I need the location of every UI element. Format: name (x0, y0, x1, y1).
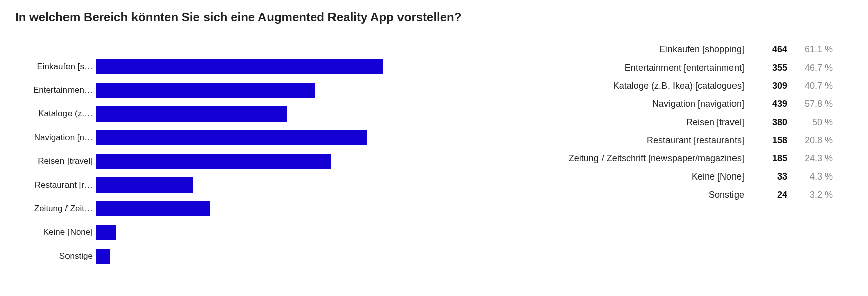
results-table: Einkaufen [shopping] 464 61.1 % Entertai… (479, 44, 853, 208)
bar-label: Entertainmen… (15, 85, 96, 95)
result-percent: 3.2 % (787, 190, 833, 200)
chart-title: In welchem Bereich könnten Sie sich eine… (15, 10, 853, 24)
content-wrap: Einkaufen [s… Entertainmen… Kataloge (z.… (15, 44, 853, 268)
bar-track (96, 130, 479, 145)
bar-chart: Einkaufen [s… Entertainmen… Kataloge (z.… (15, 44, 479, 268)
table-row: Kataloge (z.B. Ikea) [catalogues] 309 40… (479, 81, 833, 99)
bar-label: Kataloge (z.… (15, 109, 96, 119)
bar-track (96, 106, 479, 122)
bar-row: Keine [None] (15, 220, 479, 244)
result-count: 185 (757, 153, 787, 164)
result-count: 33 (757, 171, 787, 182)
bar-label: Navigation [n… (15, 133, 96, 143)
table-row: Zeitung / Zeitschrift [newspaper/magazin… (479, 153, 833, 171)
bar-fill (96, 249, 110, 264)
bar-track (96, 225, 479, 240)
result-percent: 61.1 % (787, 44, 833, 55)
result-percent: 50 % (787, 117, 833, 128)
bar-track (96, 83, 479, 98)
bar-row: Sonstige (15, 244, 479, 268)
bar-fill (96, 177, 193, 193)
result-percent: 20.8 % (787, 135, 833, 146)
bar-track (96, 154, 479, 169)
table-row: Reisen [travel] 380 50 % (479, 117, 833, 135)
bar-track (96, 201, 479, 216)
bar-row: Zeitung / Zeit… (15, 197, 479, 220)
bar-row: Einkaufen [s… (15, 54, 479, 78)
result-count: 464 (757, 44, 787, 55)
bar-label: Einkaufen [s… (15, 62, 96, 72)
bar-row: Entertainmen… (15, 78, 479, 102)
bar-fill (96, 130, 367, 145)
result-label: Einkaufen [shopping] (659, 44, 757, 55)
bar-fill (96, 106, 287, 122)
result-count: 439 (757, 99, 787, 109)
result-label: Reisen [travel] (686, 117, 757, 128)
bar-label: Zeitung / Zeit… (15, 204, 96, 214)
bar-track (96, 249, 479, 264)
table-row: Navigation [navigation] 439 57.8 % (479, 99, 833, 117)
result-label: Navigation [navigation] (652, 99, 757, 109)
result-percent: 24.3 % (787, 153, 833, 164)
bar-fill (96, 201, 210, 216)
bar-track (96, 59, 479, 74)
result-label: Kataloge (z.B. Ikea) [catalogues] (613, 81, 757, 91)
result-label: Zeitung / Zeitschrift [newspaper/magazin… (569, 153, 757, 164)
table-row: Einkaufen [shopping] 464 61.1 % (479, 44, 833, 63)
bar-track (96, 177, 479, 193)
result-count: 355 (757, 63, 787, 73)
bar-row: Reisen [travel] (15, 149, 479, 173)
bar-label: Reisen [travel] (15, 156, 96, 166)
result-label: Restaurant [restaurants] (647, 135, 757, 146)
result-percent: 46.7 % (787, 63, 833, 73)
result-label: Keine [None] (692, 171, 757, 182)
bar-row: Restaurant [r… (15, 173, 479, 197)
result-count: 309 (757, 81, 787, 91)
result-percent: 40.7 % (787, 81, 833, 91)
bar-label: Keine [None] (15, 227, 96, 238)
result-percent: 4.3 % (787, 171, 833, 182)
bar-fill (96, 154, 331, 169)
bar-label: Restaurant [r… (15, 180, 96, 190)
bar-row: Kataloge (z.… (15, 102, 479, 126)
result-label: Entertainment [entertainment] (625, 63, 757, 73)
result-percent: 57.8 % (787, 99, 833, 109)
result-label: Sonstige (709, 190, 757, 200)
table-row: Restaurant [restaurants] 158 20.8 % (479, 135, 833, 153)
result-count: 24 (757, 190, 787, 200)
table-row: Entertainment [entertainment] 355 46.7 % (479, 63, 833, 81)
result-count: 158 (757, 135, 787, 146)
bar-label: Sonstige (15, 251, 96, 261)
table-row: Keine [None] 33 4.3 % (479, 171, 833, 190)
bar-fill (96, 83, 315, 98)
bar-row: Navigation [n… (15, 126, 479, 149)
table-row: Sonstige 24 3.2 % (479, 190, 833, 208)
result-count: 380 (757, 117, 787, 128)
bar-fill (96, 225, 116, 240)
bar-fill (96, 59, 383, 74)
